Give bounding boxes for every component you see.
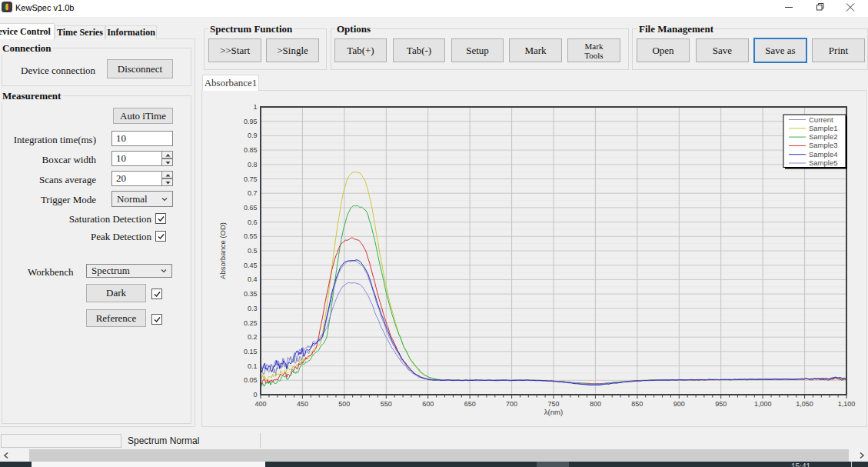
svg-text:0.7: 0.7 — [248, 189, 258, 197]
svg-text:0.85: 0.85 — [244, 146, 258, 154]
svg-text:0.15: 0.15 — [244, 348, 258, 355]
svg-text:0.4: 0.4 — [248, 275, 258, 283]
svg-text:Sample2: Sample2 — [809, 132, 838, 141]
svg-text:Sample1: Sample1 — [809, 124, 838, 132]
svg-text:Absorbance (OD): Absorbance (OD) — [218, 222, 227, 279]
svg-text:1,000: 1,000 — [754, 400, 772, 408]
svg-text:0.05: 0.05 — [244, 376, 258, 384]
svg-text:0.9: 0.9 — [248, 132, 258, 139]
svg-text:950: 950 — [715, 400, 727, 408]
svg-text:550: 550 — [381, 400, 392, 408]
svg-text:750: 750 — [547, 400, 559, 408]
svg-text:1,100: 1,100 — [838, 400, 856, 408]
svg-text:400: 400 — [254, 400, 266, 408]
svg-text:1: 1 — [253, 103, 257, 111]
svg-text:600: 600 — [422, 400, 434, 408]
svg-text:700: 700 — [506, 400, 517, 408]
svg-text:1,050: 1,050 — [796, 400, 813, 408]
svg-text:0.45: 0.45 — [244, 262, 258, 269]
svg-text:Sample5: Sample5 — [809, 158, 838, 167]
svg-text:0.95: 0.95 — [244, 118, 258, 125]
svg-text:Sample3: Sample3 — [809, 141, 838, 149]
svg-text:800: 800 — [590, 400, 601, 408]
svg-text:900: 900 — [673, 400, 685, 408]
svg-text:0.1: 0.1 — [248, 362, 258, 370]
svg-text:λ(nm): λ(nm) — [544, 408, 563, 416]
svg-text:0.2: 0.2 — [248, 333, 258, 341]
svg-text:0: 0 — [253, 391, 257, 399]
svg-text:650: 650 — [464, 400, 476, 408]
svg-text:450: 450 — [297, 400, 308, 408]
svg-text:0.65: 0.65 — [244, 204, 258, 212]
svg-text:0.25: 0.25 — [244, 319, 258, 327]
svg-text:500: 500 — [338, 400, 350, 408]
svg-text:850: 850 — [631, 400, 643, 408]
svg-text:0.35: 0.35 — [244, 290, 258, 298]
svg-text:0.75: 0.75 — [244, 175, 258, 183]
svg-text:0.6: 0.6 — [248, 218, 258, 226]
svg-text:0.55: 0.55 — [244, 232, 258, 240]
svg-text:Current: Current — [809, 115, 833, 124]
svg-text:0.5: 0.5 — [248, 247, 258, 255]
svg-text:0.8: 0.8 — [248, 161, 258, 168]
svg-text:Sample4: Sample4 — [809, 150, 838, 158]
svg-text:0.3: 0.3 — [248, 305, 258, 312]
